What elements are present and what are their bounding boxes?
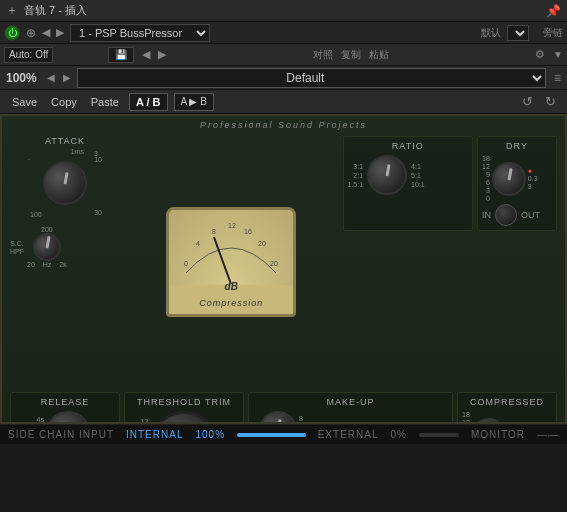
ratio-section: RATIO 3:1 2:1 1.5:1 4:1 5:1 10:1 (343, 136, 474, 231)
threshold-knob[interactable] (150, 411, 218, 424)
status-bar: SIDE CHAIN INPUT INTERNAL 100% EXTERNAL … (0, 424, 567, 444)
hz-20: 20 (27, 261, 35, 268)
external-val: 0% (391, 429, 407, 440)
vu-compression-label: Compression (199, 298, 263, 308)
vu-scale-svg: 0 4 8 12 16 20 20 (176, 218, 286, 278)
prev-preset[interactable]: ◀ (142, 48, 150, 61)
paste-button[interactable]: Paste (87, 94, 123, 110)
dry-knob[interactable] (492, 162, 526, 196)
track-label: 音轨 7 - 插入 (24, 3, 546, 18)
undo-button[interactable]: ↺ (519, 94, 536, 109)
right-section: RATIO 3:1 2:1 1.5:1 4:1 5:1 10:1 (343, 136, 558, 388)
vu-meter: 0 4 8 12 16 20 20 dB Compression (166, 207, 296, 317)
ratio-5-1: 5:1 (411, 172, 421, 179)
preset-menu-icon[interactable]: ≡ (554, 71, 561, 85)
hpf-label: HPF (10, 248, 24, 255)
svg-text:20: 20 (270, 260, 278, 267)
ratio-label: RATIO (348, 141, 469, 151)
attack-knob[interactable] (43, 161, 87, 205)
plugin-name-select[interactable]: 1 - PSP BussPressor (70, 24, 210, 42)
release-section: RELEASE 4s 1.6 .7 ·2 8 AUTO OFF (10, 392, 120, 424)
copy-ctrl-label: 复制 (341, 48, 361, 62)
controls-row: Auto: Off 💾 ◀ ▶ 对照 复制 粘贴 ⚙ ▼ (0, 44, 567, 66)
a-to-b-button[interactable]: A ▶ B (174, 93, 214, 111)
side-chain-input-label: SIDE CHAIN INPUT (8, 429, 114, 440)
dry-out-label: OUT (521, 210, 540, 220)
auto-button[interactable]: Auto: Off (4, 47, 53, 63)
left-panel: ATTACK 3 1ms 10 30 100 · S.C. HPF (10, 136, 120, 388)
monitor-line: —— (537, 429, 559, 440)
vu-area: 0 4 8 12 16 20 20 dB Compression (124, 136, 339, 388)
ratio-knob[interactable] (367, 155, 407, 195)
action-row: Save Copy Paste A / B A ▶ B ↺ ↻ (0, 90, 567, 114)
preset-select[interactable]: Default (77, 68, 546, 88)
sidechain-label: 旁链 (543, 26, 563, 40)
compressed-label: COMPRESSED (462, 397, 552, 407)
external-bar[interactable] (419, 433, 459, 437)
bypass-icon[interactable]: ⊕ (26, 26, 36, 40)
compressed-section: COMPRESSED 18 12 9 6 3 0 ● 0.3 3 IN (457, 392, 557, 424)
plugin-main: ATTACK 3 1ms 10 30 100 · S.C. HPF (2, 132, 565, 392)
hz-200: 200 (41, 226, 53, 233)
ratio-1-5: 1.5:1 (348, 181, 364, 188)
add-icon[interactable]: ＋ (6, 2, 18, 19)
dry-in-label: IN (482, 210, 491, 220)
ratio-10-1: 10:1 (411, 181, 425, 188)
gear-arrow[interactable]: ▼ (553, 49, 563, 60)
svg-text:16: 16 (244, 228, 252, 235)
release-knob[interactable] (46, 411, 90, 424)
gear-icon[interactable]: ⚙ (535, 48, 545, 61)
attack-section: ATTACK 3 1ms 10 30 100 · (10, 136, 120, 218)
pin-icon[interactable]: 📌 (546, 4, 561, 18)
plugin-header: ⏻ ⊕ ◀ ▶ 1 - PSP BussPressor 默认 旁链 (0, 22, 567, 44)
dry-toggle[interactable] (495, 204, 517, 226)
top-bar: ＋ 音轨 7 - 插入 📌 (0, 0, 567, 22)
copy-button[interactable]: Copy (47, 94, 81, 110)
svg-text:0: 0 (184, 260, 188, 267)
default-label: 默认 (481, 26, 501, 40)
zoom-down-button[interactable]: ◀ (45, 72, 57, 83)
save-button[interactable]: Save (8, 94, 41, 110)
next-preset[interactable]: ▶ (158, 48, 166, 61)
release-label: RELEASE (15, 397, 115, 407)
ab-button[interactable]: A / B (129, 93, 168, 111)
ratio-3-1: 3:1 (353, 163, 363, 170)
brand-label: Professional Sound Projects (2, 116, 565, 132)
dry-label: DRY (482, 141, 552, 151)
hpf-knob[interactable] (33, 233, 61, 261)
prev-icon[interactable]: ◀ (42, 26, 50, 39)
ratio-dry-row: RATIO 3:1 2:1 1.5:1 4:1 5:1 10:1 (343, 136, 558, 231)
next-icon[interactable]: ▶ (56, 26, 64, 39)
makeup-knob[interactable] (259, 411, 297, 424)
preset-row: 100% ◀ ▶ Default ≡ (0, 66, 567, 90)
zoom-percent: 100% (6, 71, 37, 85)
compare-label: 对照 (313, 48, 333, 62)
default-select[interactable] (507, 25, 529, 41)
hz-unit: Hz (43, 261, 52, 268)
ratio-2-1: 2:1 (353, 172, 363, 179)
redo-button[interactable]: ↻ (542, 94, 559, 109)
save-icon[interactable]: 💾 (108, 47, 134, 63)
zoom-up-button[interactable]: ▶ (61, 72, 73, 83)
svg-text:20: 20 (258, 240, 266, 247)
external-label: EXTERNAL (318, 429, 379, 440)
monitor-label: MONITOR (471, 429, 525, 440)
attack-label: ATTACK (45, 136, 85, 146)
threshold-label: THRESHOLD TRIM (137, 397, 231, 407)
internal-bar[interactable] (237, 433, 306, 437)
power-button[interactable]: ⏻ (4, 25, 20, 41)
hz-2k: 2k (59, 261, 66, 268)
compressed-knob[interactable] (472, 418, 506, 425)
svg-text:4: 4 (196, 240, 200, 247)
internal-label: INTERNAL (126, 429, 183, 440)
svg-text:12: 12 (228, 222, 236, 229)
vu-db-label: dB (225, 281, 238, 292)
svg-text:8: 8 (212, 228, 216, 235)
ratio-4-1: 4:1 (411, 163, 421, 170)
internal-val: 100% (195, 429, 225, 440)
threshold-section: THRESHOLD TRIM 12 8 4 +0 4 8 12 16 20 24 (124, 392, 244, 424)
plugin-body: Professional Sound Projects ATTACK 3 1ms… (0, 114, 567, 424)
makeup-section: MAKE-UP 4 0 8 12 16 20 ·0· ● (248, 392, 453, 424)
makeup-label: MAKE-UP (253, 397, 448, 407)
dry-in-out: IN OUT (482, 204, 552, 226)
